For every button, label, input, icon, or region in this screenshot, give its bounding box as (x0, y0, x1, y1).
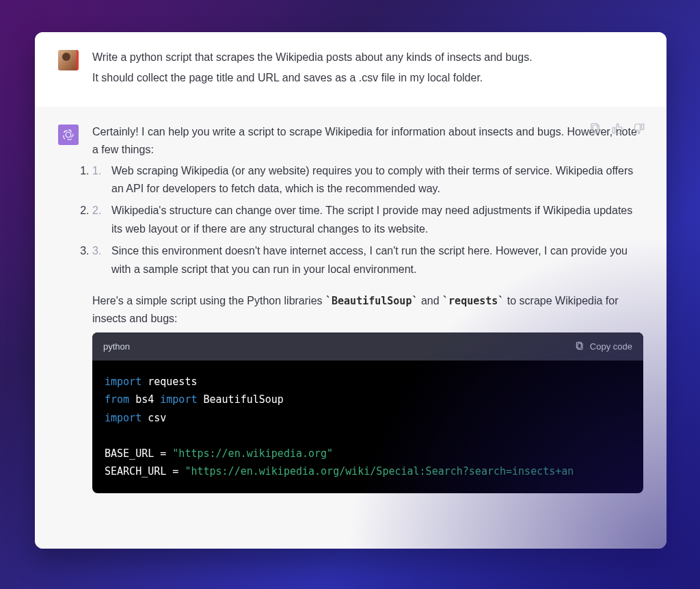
code-token: BASE_URL = (105, 447, 172, 460)
code-token: "https://en.wikipedia.org/wiki/Special:S… (185, 465, 574, 477)
text-span: and (418, 295, 442, 306)
copy-code-button[interactable]: Copy code (575, 339, 632, 354)
svg-point-0 (66, 132, 71, 138)
inline-code: BeautifulSoup (325, 295, 418, 307)
text-span: Here's a simple script using the Python … (92, 295, 325, 306)
assistant-message-content: Certainly! I can help you write a script… (92, 123, 643, 532)
code-token: import (105, 376, 142, 388)
openai-logo-icon (62, 128, 75, 142)
assistant-after-notes: Here's a simple script using the Python … (92, 292, 643, 328)
copy-message-button[interactable] (589, 122, 602, 135)
code-token: csv (142, 412, 166, 424)
thumbs-up-button[interactable] (610, 122, 624, 135)
clipboard-icon (589, 122, 602, 135)
code-token: from (105, 393, 129, 406)
user-avatar (58, 50, 79, 70)
code-token: bs4 (129, 393, 160, 406)
user-text-line: Write a python script that scrapes the W… (92, 49, 643, 66)
code-content[interactable]: import requests from bs4 import Beautifu… (92, 361, 643, 493)
code-language-label: python (103, 339, 130, 354)
code-header: python Copy code (92, 332, 643, 361)
assistant-message: Certainly! I can help you write a script… (35, 107, 667, 549)
thumbs-down-button[interactable] (632, 122, 646, 135)
thumbs-up-icon (611, 122, 623, 135)
list-item: Web scraping Wikipedia (or any website) … (92, 162, 643, 198)
code-token: import (160, 393, 197, 406)
code-token: import (105, 412, 142, 424)
code-token: SEARCH_URL = (105, 465, 185, 477)
inline-code: requests (442, 295, 504, 307)
chat-card: Write a python script that scrapes the W… (35, 32, 667, 549)
assistant-intro: Certainly! I can help you write a script… (92, 123, 643, 159)
list-item: Since this environment doesn't have inte… (92, 242, 643, 278)
thumbs-down-icon (633, 122, 645, 135)
copy-code-label: Copy code (590, 339, 632, 354)
user-message-content: Write a python script that scrapes the W… (92, 49, 643, 90)
list-item: Wikipedia's structure can change over ti… (92, 202, 643, 238)
code-token: requests (142, 376, 197, 388)
code-token: BeautifulSoup (197, 393, 283, 406)
user-text-line: It should collect the page title and URL… (92, 69, 643, 87)
assistant-notes-list: Web scraping Wikipedia (or any website) … (92, 162, 643, 278)
code-token: "https://en.wikipedia.org" (172, 447, 333, 460)
user-message: Write a python script that scrapes the W… (35, 32, 667, 107)
assistant-avatar (58, 125, 79, 145)
code-block: python Copy code import requests from bs… (92, 332, 643, 493)
message-actions (589, 122, 646, 135)
clipboard-icon (575, 341, 584, 351)
